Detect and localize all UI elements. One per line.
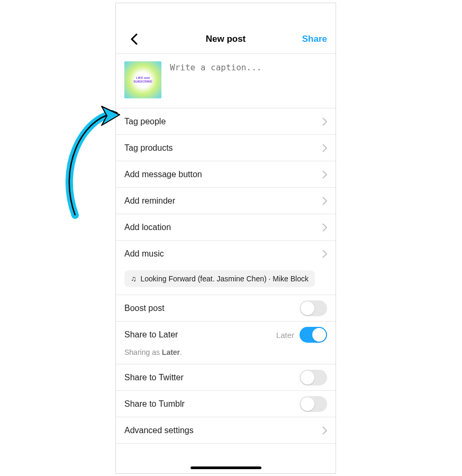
share-to-twitter-toggle[interactable] bbox=[300, 370, 327, 386]
row-label: Boost post bbox=[124, 304, 165, 313]
back-button[interactable] bbox=[124, 30, 143, 49]
row-label: Add music bbox=[124, 249, 164, 259]
advanced-settings-row[interactable]: Advanced settings bbox=[116, 417, 336, 444]
add-reminder-row[interactable]: Add reminder bbox=[116, 188, 336, 214]
phone-container: New post Share LIKE and SUBSCRIBE Tag pe… bbox=[115, 3, 336, 474]
post-thumbnail[interactable]: LIKE and SUBSCRIBE bbox=[124, 61, 161, 98]
share-status-suffix: . bbox=[180, 348, 182, 356]
chevron-right-icon bbox=[322, 197, 327, 205]
share-to-tumblr-row: Share to Tumblr bbox=[116, 391, 336, 417]
share-button[interactable]: Share bbox=[302, 34, 327, 44]
chevron-right-icon bbox=[322, 144, 327, 152]
status-bar-gap bbox=[116, 3, 336, 24]
row-label: Advanced settings bbox=[124, 426, 194, 435]
chevron-right-icon bbox=[322, 426, 327, 435]
chevron-right-icon bbox=[322, 170, 327, 179]
share-status-prefix: Sharing as bbox=[124, 348, 162, 356]
caption-row: LIKE and SUBSCRIBE bbox=[116, 54, 336, 108]
home-indicator bbox=[191, 466, 261, 469]
row-label: Share to Later bbox=[124, 330, 178, 340]
share-status-target: Later bbox=[162, 348, 180, 356]
music-pill-wrap: ♫ Looking Forward (feat. Jasmine Chen) ·… bbox=[116, 267, 336, 295]
row-label: Share to Tumblr bbox=[124, 399, 185, 409]
page-title: New post bbox=[206, 34, 246, 44]
music-suggestion-pill[interactable]: ♫ Looking Forward (feat. Jasmine Chen) ·… bbox=[124, 270, 315, 287]
tag-people-row[interactable]: Tag people bbox=[116, 108, 336, 135]
chevron-right-icon bbox=[322, 117, 327, 126]
chevron-right-icon bbox=[322, 223, 327, 232]
share-to-later-sublabel: Later bbox=[276, 331, 294, 340]
row-label: Add location bbox=[124, 223, 171, 232]
boost-post-toggle[interactable] bbox=[300, 300, 327, 316]
share-to-tumblr-toggle[interactable] bbox=[300, 396, 327, 412]
row-label: Tag products bbox=[124, 143, 173, 153]
options-list: Tag people Tag products Add message butt… bbox=[116, 108, 336, 267]
row-label: Tag people bbox=[124, 117, 166, 126]
share-status-text: Sharing as Later. bbox=[116, 348, 336, 364]
boost-post-row: Boost post bbox=[116, 295, 336, 322]
add-music-row[interactable]: Add music bbox=[116, 241, 336, 267]
music-track-label: Looking Forward (feat. Jasmine Chen) · M… bbox=[141, 274, 309, 283]
share-to-later-row: Share to Later Later bbox=[116, 322, 336, 348]
add-location-row[interactable]: Add location bbox=[116, 214, 336, 241]
row-label: Add reminder bbox=[124, 196, 175, 206]
share-to-twitter-row: Share to Twitter bbox=[116, 364, 336, 391]
thumbnail-text: LIKE and SUBSCRIBE bbox=[133, 76, 152, 83]
chevron-right-icon bbox=[322, 250, 327, 258]
row-label: Add message button bbox=[124, 170, 202, 179]
caption-input[interactable] bbox=[170, 61, 327, 98]
add-message-button-row[interactable]: Add message button bbox=[116, 161, 336, 188]
music-note-icon: ♫ bbox=[131, 274, 137, 283]
row-label: Share to Twitter bbox=[124, 373, 184, 382]
header: New post Share bbox=[116, 24, 336, 54]
tag-products-row[interactable]: Tag products bbox=[116, 135, 336, 161]
chevron-left-icon bbox=[130, 33, 138, 45]
share-to-later-toggle[interactable] bbox=[300, 327, 327, 343]
share-list: Boost post Share to Later Later bbox=[116, 295, 336, 348]
external-share-list: Share to Twitter Share to Tumblr Advance… bbox=[116, 364, 336, 444]
